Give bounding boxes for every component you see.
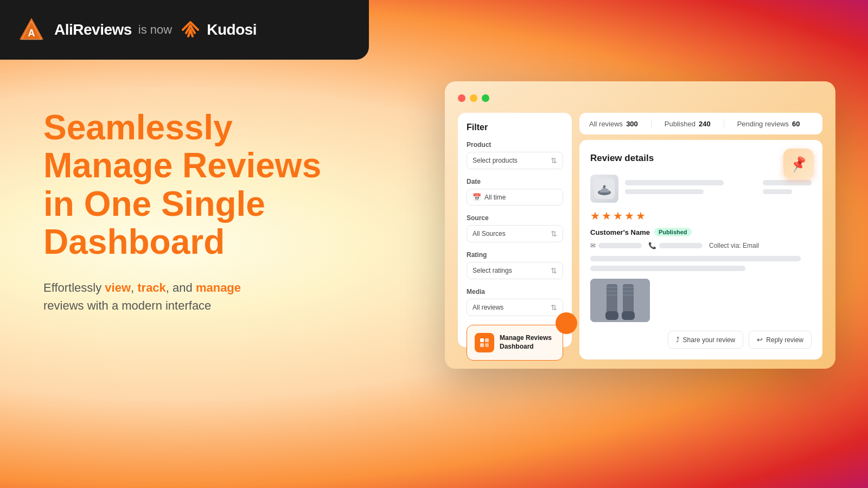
stat-divider-2: [724, 119, 724, 128]
alireviews-logo-icon: A: [17, 16, 46, 44]
header-text: AliReviews is now Kudosi: [54, 20, 257, 40]
star-4: ★: [624, 209, 634, 222]
product-label: Product: [467, 141, 563, 149]
svg-rect-14: [607, 287, 617, 288]
rating-placeholder: Select ratings: [473, 267, 512, 274]
kudosi-brand: Kudosi: [178, 20, 257, 40]
review-image: [590, 279, 650, 322]
window-dots: [458, 94, 822, 102]
dashboard-card-text: Manage Reviews Dashboard: [500, 334, 552, 351]
dashboard-card: Manage Reviews Dashboard: [467, 325, 563, 361]
view-highlight: view: [105, 281, 131, 294]
media-arrow-icon: ⇅: [551, 303, 557, 312]
comma1: ,: [131, 281, 137, 294]
pending-label: Pending reviews: [737, 120, 789, 128]
dashboard-mockup: Filter Product Select products ⇅ Date 📅 …: [445, 81, 835, 369]
reply-review-button[interactable]: ↩ Reply review: [749, 331, 812, 349]
dot-yellow: [470, 94, 477, 102]
published-stat: Published 240: [665, 120, 711, 128]
all-reviews-count: 300: [626, 120, 638, 128]
rating-filter-group: Rating Select ratings ⇅: [467, 251, 563, 279]
alireviews-brand-text: AliReviews: [54, 21, 132, 38]
rating-select[interactable]: Select ratings ⇅: [467, 262, 563, 279]
email-contact: ✉: [590, 242, 642, 249]
svg-rect-17: [623, 287, 634, 288]
product-name-skeleton: [625, 180, 724, 185]
star-3: ★: [613, 209, 623, 222]
action-buttons: ⤴ Share your review ↩ Reply review: [590, 331, 812, 349]
svg-rect-18: [623, 291, 634, 292]
source-arrow-icon: ⇅: [551, 229, 557, 238]
collect-via-value: Email: [743, 242, 759, 249]
track-highlight: track: [137, 281, 166, 294]
dashboard-card-line2: Dashboard: [500, 343, 534, 350]
manage-highlight: manage: [196, 281, 241, 294]
published-badge: Published: [654, 228, 692, 236]
share-label: Share your review: [683, 336, 736, 344]
svg-rect-12: [605, 311, 618, 320]
kudosi-brand-text: Kudosi: [207, 21, 257, 38]
filter-title: Filter: [467, 123, 563, 132]
product-row: [590, 175, 812, 203]
customer-row: Customer's Name Published: [590, 228, 812, 236]
svg-rect-13: [622, 311, 635, 320]
svg-rect-9: [590, 279, 650, 322]
star-2: ★: [602, 209, 611, 222]
svg-rect-3: [480, 338, 484, 342]
pending-stat: Pending reviews 60: [737, 120, 800, 128]
phone-contact: 📞: [648, 242, 703, 249]
review-panel: All reviews 300 Published 240 Pending re…: [579, 113, 822, 347]
svg-text:A: A: [28, 28, 35, 38]
contact-row: ✉ 📞 Collect via: Email: [590, 242, 812, 249]
svg-rect-5: [480, 343, 484, 347]
product-arrow-icon: ⇅: [551, 156, 557, 165]
product-detail-skeleton: [625, 189, 704, 194]
share-review-button[interactable]: ⤴ Share your review: [668, 331, 744, 349]
star-5: ★: [636, 209, 646, 222]
product-info: [625, 180, 756, 198]
dashboard-card-line1: Manage Reviews: [500, 334, 552, 342]
published-count: 240: [699, 120, 711, 128]
product-price-skeleton-area: [763, 180, 812, 198]
and-text: , and: [166, 281, 196, 294]
review-text-skeletons: [590, 256, 812, 271]
collect-via-label: Collect via:: [709, 242, 741, 249]
svg-rect-15: [607, 291, 617, 292]
stat-divider-1: [651, 119, 652, 128]
product-thumbnail: [590, 175, 618, 203]
left-content: SeamlesslyManage Reviewsin One SingleDas…: [43, 108, 321, 314]
email-icon: ✉: [590, 242, 596, 249]
price-skeleton: [763, 180, 812, 185]
svg-rect-4: [485, 338, 489, 342]
date-label: Date: [467, 178, 563, 185]
media-select[interactable]: All reviews ⇅: [467, 299, 563, 316]
price-skeleton-2: [763, 189, 792, 194]
all-reviews-stat: All reviews 300: [589, 120, 638, 128]
source-filter-group: Source All Sources ⇅: [467, 214, 563, 242]
share-icon: ⤴: [676, 336, 680, 344]
source-select[interactable]: All Sources ⇅: [467, 225, 563, 242]
stats-bar: All reviews 300 Published 240 Pending re…: [579, 113, 822, 134]
product-select[interactable]: Select products ⇅: [467, 152, 563, 169]
panels-container: Filter Product Select products ⇅ Date 📅 …: [458, 113, 822, 347]
review-details-header: Review details ×: [590, 151, 812, 166]
all-reviews-label: All reviews: [589, 120, 623, 128]
phone-skeleton: [659, 243, 703, 248]
published-label: Published: [665, 120, 695, 128]
sub-text: Effortlessly view, track, and managerevi…: [43, 279, 321, 314]
star-rating: ★ ★ ★ ★ ★: [590, 209, 812, 222]
collect-via-text: Collect via: Email: [709, 242, 759, 249]
rating-arrow-icon: ⇅: [551, 266, 557, 275]
svg-rect-6: [485, 343, 489, 347]
media-value: All reviews: [473, 304, 503, 311]
header-bar: A AliReviews is now Kudosi: [0, 0, 369, 60]
email-skeleton: [598, 243, 642, 248]
calendar-icon: 📅: [473, 193, 481, 201]
dashboard-card-icon: [475, 333, 494, 352]
dot-green: [482, 94, 489, 102]
date-filter-group: Date 📅 All time: [467, 178, 563, 206]
pin-icon: 📌: [789, 155, 808, 174]
date-select[interactable]: 📅 All time: [467, 189, 563, 206]
reply-label: Reply review: [766, 336, 803, 344]
review-details-title: Review details: [590, 153, 654, 164]
